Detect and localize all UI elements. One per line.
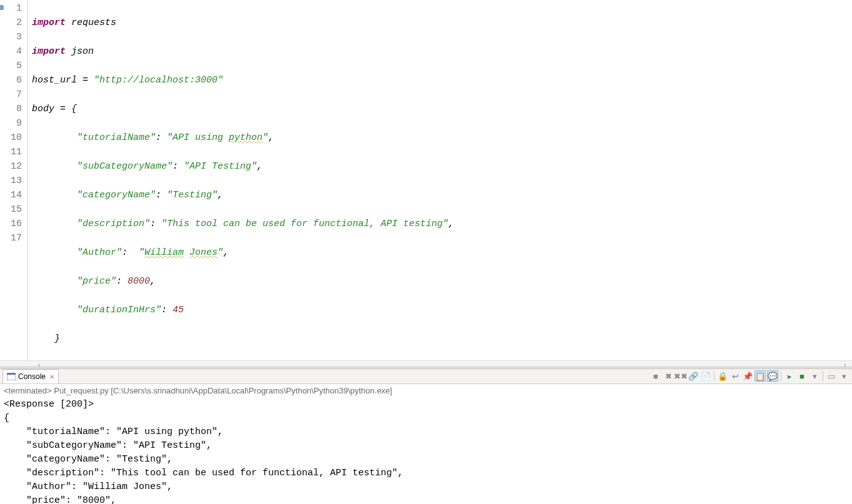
minimize-icon[interactable]: ▭ — [826, 370, 837, 382]
open-console-icon[interactable]: ▸ — [784, 370, 795, 382]
link-icon[interactable]: 🔗 — [688, 370, 699, 382]
scroll-lock-icon[interactable]: 🔒 — [717, 370, 728, 382]
display-selected-icon[interactable]: 📋 — [754, 370, 766, 382]
editor-pane: 1 2 3 4 5 6 7 8 9 10 11 12 13 14 15 16 1… — [0, 0, 852, 360]
maximize-icon[interactable]: ▾ — [838, 370, 849, 382]
show-console-icon[interactable]: 💬 — [767, 370, 778, 382]
horizontal-scrollbar[interactable]: ‹ › — [0, 360, 852, 367]
fold-marker[interactable] — [0, 5, 4, 10]
close-icon[interactable]: ✕ — [49, 373, 54, 380]
clear-console-icon[interactable]: 📄 — [700, 370, 711, 382]
separator — [781, 371, 781, 381]
code-line[interactable]: "subCategoryName": "API Testing", — [32, 159, 852, 174]
separator — [823, 371, 823, 381]
code-line[interactable]: "price": 8000, — [32, 274, 852, 289]
code-line[interactable]: import json — [32, 44, 852, 59]
code-line[interactable]: import requests — [32, 16, 852, 30]
remove-all-icon[interactable]: ✖✖ — [675, 370, 686, 382]
word-wrap-icon[interactable]: ↩ — [729, 370, 741, 382]
line-number: 15 — [0, 202, 22, 217]
line-number: 14 — [0, 188, 22, 202]
line-number: 16 — [0, 217, 22, 231]
terminate-icon[interactable]: ■ — [650, 370, 661, 382]
line-number: 17 — [0, 231, 22, 245]
run-file-path: Put_request.py [C:\Users\s.srinadhuni\Ap… — [54, 386, 392, 395]
code-line[interactable]: } — [32, 332, 852, 346]
separator — [714, 371, 714, 381]
line-number: 13 — [0, 174, 22, 188]
console-icon — [7, 373, 16, 380]
line-number: 2 — [0, 16, 22, 30]
svg-rect-1 — [7, 373, 16, 375]
code-line[interactable]: "description": "This tool can be used fo… — [32, 217, 852, 231]
line-number: 7 — [0, 87, 22, 102]
code-line[interactable]: "Author": "William Jones", — [32, 245, 852, 260]
line-number: 6 — [0, 73, 22, 87]
line-number: 1 — [0, 1, 22, 16]
scroll-right-icon[interactable]: › — [840, 362, 849, 369]
code-line[interactable]: host_url = "http://localhost:3000" — [32, 73, 852, 87]
remove-launch-icon[interactable]: ✖ — [663, 370, 674, 382]
line-number: 4 — [0, 44, 22, 59]
view-menu-icon[interactable]: ▾ — [809, 370, 820, 382]
code-line[interactable]: "categoryName": "Testing", — [32, 188, 852, 202]
console-header: Console ✕ ■ ✖ ✖✖ 🔗 📄 🔒 ↩ 📌 📋 💬 ▸ ■ ▾ ▭ ▾ — [0, 369, 852, 384]
line-number: 10 — [0, 131, 22, 145]
console-toolbar: ■ ✖ ✖✖ 🔗 📄 🔒 ↩ 📌 📋 💬 ▸ ■ ▾ ▭ ▾ — [650, 370, 849, 382]
console-tab-label: Console — [18, 372, 46, 381]
pin-console-icon[interactable]: 📌 — [742, 370, 753, 382]
line-number-gutter: 1 2 3 4 5 6 7 8 9 10 11 12 13 14 15 16 1… — [0, 0, 28, 360]
code-editor[interactable]: import requests import json host_url = "… — [28, 0, 852, 360]
code-line[interactable]: "durationInHrs": 45 — [32, 303, 852, 317]
run-info: <terminated> Put_request.py [C:\Users\s.… — [0, 384, 852, 397]
console-output[interactable]: <Response [200]> { "tutorialName": "API … — [0, 397, 852, 504]
scroll-left-icon[interactable]: ‹ — [34, 362, 44, 369]
console-tab[interactable]: Console ✕ — [3, 369, 59, 383]
line-number: 9 — [0, 116, 22, 131]
run-status: <terminated> — [4, 386, 54, 395]
code-line[interactable]: "tutorialName": "API using python", — [32, 131, 852, 145]
new-console-icon[interactable]: ■ — [796, 370, 808, 382]
line-number: 8 — [0, 102, 22, 116]
line-number: 11 — [0, 145, 22, 159]
code-line[interactable]: body = { — [32, 102, 852, 116]
line-number: 5 — [0, 59, 22, 73]
line-number: 12 — [0, 159, 22, 174]
line-number: 3 — [0, 30, 22, 44]
